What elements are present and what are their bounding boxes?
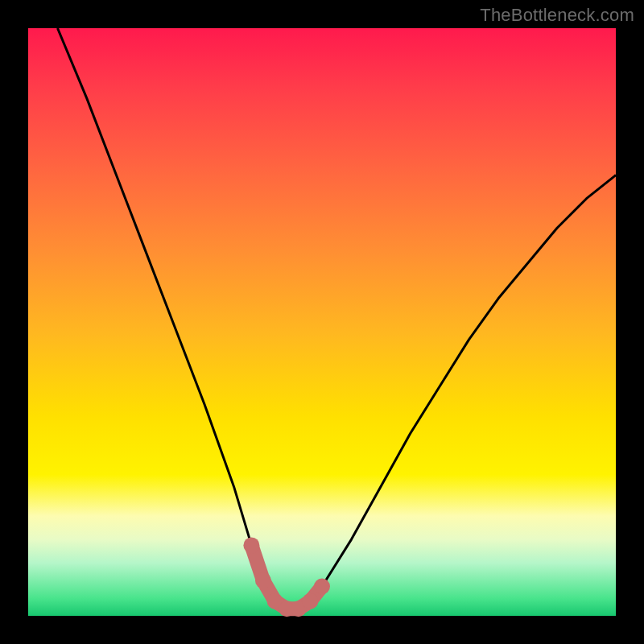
- chart-frame: TheBottleneck.com: [0, 0, 644, 644]
- curve-layer: [28, 28, 616, 616]
- trough-marker-dot: [243, 537, 259, 553]
- bottleneck-curve: [58, 28, 617, 609]
- trough-marker-dot: [314, 579, 330, 595]
- trough-marker-dot: [302, 593, 318, 609]
- watermark-text: TheBottleneck.com: [480, 5, 634, 26]
- trough-marker-dot: [255, 572, 271, 588]
- bottleneck-curve-path: [58, 28, 617, 609]
- trough-markers: [243, 537, 330, 617]
- plot-area: [28, 28, 616, 616]
